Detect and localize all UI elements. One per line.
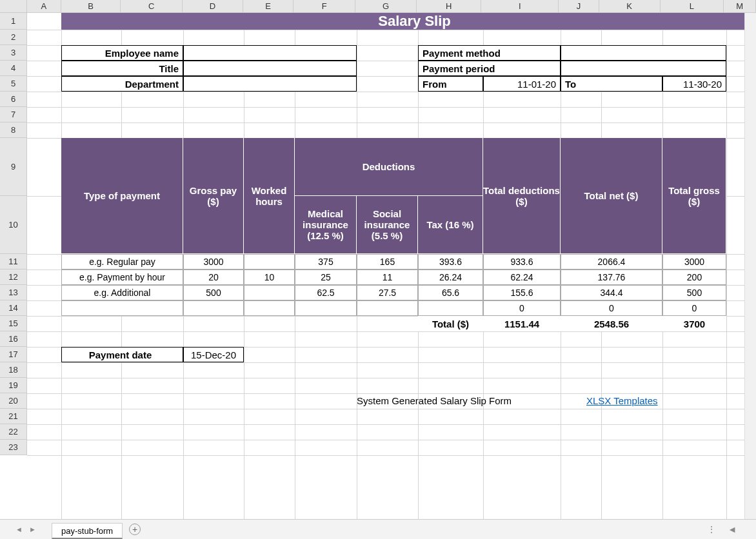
- cell-tded-1[interactable]: 62.24: [483, 270, 561, 285]
- col-header-B[interactable]: B: [61, 0, 121, 13]
- cell-net-1[interactable]: 137.76: [561, 270, 662, 285]
- row-header-11[interactable]: 11: [0, 254, 27, 270]
- col-header-L[interactable]: L: [661, 0, 724, 13]
- row-header-12[interactable]: 12: [0, 270, 27, 285]
- from-label: From: [418, 76, 483, 92]
- row-header-4[interactable]: 4: [0, 61, 27, 76]
- total-tgross: 3700: [662, 316, 726, 331]
- row-header-3[interactable]: 3: [0, 45, 27, 61]
- row-header-10[interactable]: 10: [0, 196, 27, 254]
- cell-gross-2[interactable]: 500: [183, 285, 244, 300]
- add-sheet-button[interactable]: +: [129, 524, 141, 535]
- cell-tded-0[interactable]: 933.6: [483, 254, 561, 270]
- col-header-M[interactable]: M: [724, 0, 756, 13]
- vertical-scrollbar[interactable]: [744, 13, 756, 519]
- cell-hours-3[interactable]: [244, 300, 295, 316]
- cell-tax-2[interactable]: 65.6: [418, 285, 483, 300]
- col-header-J[interactable]: J: [559, 0, 599, 13]
- templates-link[interactable]: XLSX Templates: [586, 395, 677, 408]
- cell-hours-0[interactable]: [244, 254, 295, 270]
- tab-prev2-icon[interactable]: ◄: [728, 524, 737, 534]
- tab-prev-icon[interactable]: ◄: [15, 525, 23, 533]
- pay-period-label: Payment period: [418, 61, 561, 76]
- cell-gross-3[interactable]: [183, 300, 244, 316]
- row-header-5[interactable]: 5: [0, 76, 27, 92]
- cell-type-0[interactable]: e.g. Regular pay: [61, 254, 183, 270]
- cell-type-1[interactable]: e.g. Payment by hour: [61, 270, 183, 285]
- sheet-tab-active[interactable]: pay-stub-form: [52, 523, 123, 539]
- cell-tded-2[interactable]: 155.6: [483, 285, 561, 300]
- from-val[interactable]: 11-01-20: [483, 76, 561, 92]
- tab-nav-arrows[interactable]: ◄ ►: [0, 525, 52, 533]
- cell-tax-0[interactable]: 393.6: [418, 254, 483, 270]
- row-header-2[interactable]: 2: [0, 30, 27, 45]
- cell-tgross-3[interactable]: 0: [662, 300, 726, 316]
- tab-next-icon[interactable]: ►: [29, 525, 36, 533]
- hdr-hours: Worked hours: [244, 138, 295, 254]
- row-headers-col: 1234567891011121314151617181920212223: [0, 13, 27, 455]
- cell-tded-3[interactable]: 0: [483, 300, 561, 316]
- to-label: To: [561, 76, 662, 92]
- cell-soc-0[interactable]: 165: [357, 254, 418, 270]
- row-header-6[interactable]: 6: [0, 92, 27, 107]
- row-header-7[interactable]: 7: [0, 107, 27, 122]
- cell-med-1[interactable]: 25: [295, 270, 357, 285]
- pay-period-val[interactable]: [561, 61, 726, 76]
- cell-tax-1[interactable]: 26.24: [418, 270, 483, 285]
- tab-options-icon[interactable]: ⋮: [707, 524, 717, 534]
- row-header-22[interactable]: 22: [0, 424, 27, 440]
- cell-hours-2[interactable]: [244, 285, 295, 300]
- row-header-23[interactable]: 23: [0, 440, 27, 455]
- row-header-13[interactable]: 13: [0, 285, 27, 300]
- cell-med-2[interactable]: 62.5: [295, 285, 357, 300]
- row-header-20[interactable]: 20: [0, 393, 27, 409]
- col-header-D[interactable]: D: [183, 0, 243, 13]
- col-header-F[interactable]: F: [293, 0, 355, 13]
- row-header-14[interactable]: 14: [0, 300, 27, 316]
- cell-soc-1[interactable]: 11: [357, 270, 418, 285]
- cell-tax-3[interactable]: [418, 300, 483, 316]
- cell-hours-1[interactable]: 10: [244, 270, 295, 285]
- cell-net-2[interactable]: 344.4: [561, 285, 662, 300]
- cell-type-2[interactable]: e.g. Additional: [61, 285, 183, 300]
- row-header-15[interactable]: 15: [0, 316, 27, 331]
- info-left-val-1[interactable]: [183, 61, 357, 76]
- cell-med-0[interactable]: 375: [295, 254, 357, 270]
- col-header-A[interactable]: A: [27, 0, 61, 13]
- cell-tgross-2[interactable]: 500: [662, 285, 726, 300]
- cell-gross-1[interactable]: 20: [183, 270, 244, 285]
- cell-tgross-0[interactable]: 3000: [662, 254, 726, 270]
- select-all-corner[interactable]: [0, 0, 27, 13]
- col-header-H[interactable]: H: [417, 0, 482, 13]
- cell-net-0[interactable]: 2066.4: [561, 254, 662, 270]
- pay-date-val[interactable]: 15-Dec-20: [183, 347, 244, 362]
- row-header-8[interactable]: 8: [0, 122, 27, 138]
- info-left-label-1: Title: [61, 61, 183, 76]
- cell-tgross-1[interactable]: 200: [662, 270, 726, 285]
- cell-soc-2[interactable]: 27.5: [357, 285, 418, 300]
- hdr-net: Total net ($): [561, 138, 662, 254]
- info-left-val-2[interactable]: [183, 76, 357, 92]
- row-header-19[interactable]: 19: [0, 378, 27, 393]
- row-header-1[interactable]: 1: [0, 13, 27, 30]
- spreadsheet-grid[interactable]: ABCDEFGHIJKLM 12345678910111213141516171…: [0, 0, 756, 519]
- sheet-tab-label: pay-stub-form: [61, 526, 113, 536]
- row-header-9[interactable]: 9: [0, 138, 27, 196]
- col-header-K[interactable]: K: [599, 0, 661, 13]
- cell-med-3[interactable]: [295, 300, 357, 316]
- cell-gross-0[interactable]: 3000: [183, 254, 244, 270]
- col-header-C[interactable]: C: [121, 0, 183, 13]
- cell-net-3[interactable]: 0: [561, 300, 662, 316]
- row-header-16[interactable]: 16: [0, 331, 27, 347]
- row-header-18[interactable]: 18: [0, 362, 27, 378]
- cell-soc-3[interactable]: [357, 300, 418, 316]
- info-left-val-0[interactable]: [183, 45, 357, 61]
- pay-method-val[interactable]: [561, 45, 726, 61]
- col-header-G[interactable]: G: [355, 0, 417, 13]
- row-header-17[interactable]: 17: [0, 347, 27, 362]
- row-header-21[interactable]: 21: [0, 409, 27, 424]
- col-header-E[interactable]: E: [243, 0, 294, 13]
- to-val[interactable]: 11-30-20: [662, 76, 726, 92]
- cell-type-3[interactable]: [61, 300, 183, 316]
- col-header-I[interactable]: I: [481, 0, 559, 13]
